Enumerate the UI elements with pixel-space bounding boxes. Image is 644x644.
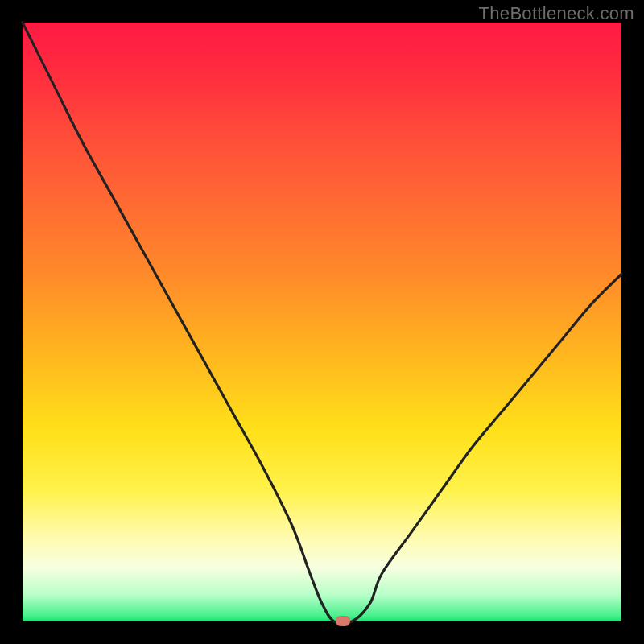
chart-frame: TheBottleneck.com — [0, 0, 644, 644]
bottleneck-curve — [23, 23, 621, 621]
watermark-text: TheBottleneck.com — [479, 3, 634, 24]
curve-path — [23, 23, 621, 624]
current-point-marker — [336, 616, 350, 626]
plot-area — [23, 23, 621, 621]
